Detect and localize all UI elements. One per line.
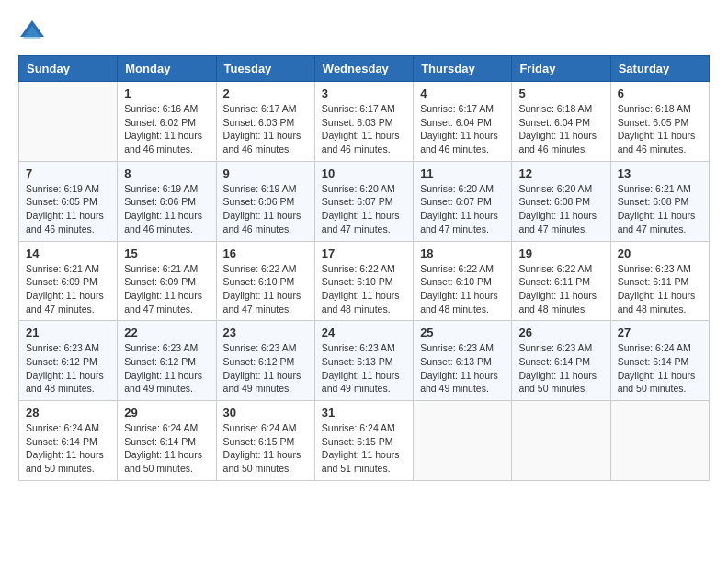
daylight-text: Daylight: 11 hours and 47 minutes.: [322, 209, 406, 236]
day-info: Sunrise: 6:23 AM Sunset: 6:12 PM Dayligh…: [124, 341, 209, 396]
logo: [18, 18, 50, 46]
day-info: Sunrise: 6:17 AM Sunset: 6:03 PM Dayligh…: [322, 102, 406, 156]
sunrise-text: Sunrise: 6:16 AM: [124, 102, 209, 116]
sunset-text: Sunset: 6:08 PM: [618, 195, 702, 209]
sunset-text: Sunset: 6:02 PM: [124, 116, 209, 130]
day-info: Sunrise: 6:21 AM Sunset: 6:09 PM Dayligh…: [124, 262, 209, 316]
daylight-text: Daylight: 11 hours and 50 minutes.: [618, 369, 702, 396]
day-number: 31: [322, 406, 406, 419]
day-info: Sunrise: 6:24 AM Sunset: 6:14 PM Dayligh…: [26, 421, 110, 476]
daylight-text: Daylight: 11 hours and 49 minutes.: [223, 369, 308, 396]
day-number: 19: [518, 247, 603, 260]
day-number: 20: [618, 247, 702, 260]
sunrise-text: Sunrise: 6:20 AM: [518, 182, 603, 196]
sunset-text: Sunset: 6:14 PM: [124, 435, 209, 449]
sunrise-text: Sunrise: 6:19 AM: [26, 182, 110, 196]
calendar-cell: 28 Sunrise: 6:24 AM Sunset: 6:14 PM Dayl…: [19, 401, 118, 481]
sunset-text: Sunset: 6:12 PM: [124, 355, 209, 369]
daylight-text: Daylight: 11 hours and 51 minutes.: [322, 448, 406, 475]
daylight-text: Daylight: 11 hours and 46 minutes.: [223, 129, 308, 155]
calendar-cell: 23 Sunrise: 6:23 AM Sunset: 6:12 PM Dayl…: [216, 321, 314, 401]
day-info: Sunrise: 6:20 AM Sunset: 6:07 PM Dayligh…: [420, 182, 505, 236]
day-number: 9: [223, 167, 308, 180]
day-info: Sunrise: 6:16 AM Sunset: 6:02 PM Dayligh…: [124, 102, 209, 156]
calendar-cell: 25 Sunrise: 6:23 AM Sunset: 6:13 PM Dayl…: [414, 321, 512, 401]
sunrise-text: Sunrise: 6:24 AM: [223, 421, 308, 435]
sunrise-text: Sunrise: 6:22 AM: [420, 262, 505, 276]
calendar-cell: [610, 401, 709, 481]
daylight-text: Daylight: 11 hours and 47 minutes.: [618, 209, 702, 236]
day-number: 21: [26, 326, 110, 339]
sunset-text: Sunset: 6:15 PM: [322, 435, 406, 449]
daylight-text: Daylight: 11 hours and 47 minutes.: [518, 209, 603, 236]
calendar-cell: 19 Sunrise: 6:22 AM Sunset: 6:11 PM Dayl…: [512, 241, 610, 321]
day-info: Sunrise: 6:22 AM Sunset: 6:11 PM Dayligh…: [518, 262, 603, 316]
sunrise-text: Sunrise: 6:22 AM: [223, 262, 308, 276]
calendar-cell: 17 Sunrise: 6:22 AM Sunset: 6:10 PM Dayl…: [314, 241, 413, 321]
sunset-text: Sunset: 6:14 PM: [518, 355, 603, 369]
daylight-text: Daylight: 11 hours and 49 minutes.: [420, 369, 505, 396]
sunset-text: Sunset: 6:06 PM: [223, 195, 308, 209]
sunset-text: Sunset: 6:07 PM: [322, 195, 406, 209]
sunset-text: Sunset: 6:05 PM: [26, 195, 110, 209]
day-number: 28: [26, 406, 110, 419]
day-number: 2: [223, 86, 308, 100]
calendar-cell: 8 Sunrise: 6:19 AM Sunset: 6:06 PM Dayli…: [118, 161, 216, 241]
day-info: Sunrise: 6:24 AM Sunset: 6:15 PM Dayligh…: [322, 421, 406, 476]
day-info: Sunrise: 6:23 AM Sunset: 6:14 PM Dayligh…: [518, 341, 603, 396]
calendar-header-monday: Monday: [118, 56, 216, 82]
day-number: 23: [223, 326, 308, 339]
day-info: Sunrise: 6:19 AM Sunset: 6:06 PM Dayligh…: [124, 182, 209, 236]
day-number: 22: [124, 326, 209, 339]
sunrise-text: Sunrise: 6:20 AM: [322, 182, 406, 196]
sunset-text: Sunset: 6:13 PM: [322, 355, 406, 369]
sunrise-text: Sunrise: 6:18 AM: [518, 102, 603, 116]
calendar-cell: 16 Sunrise: 6:22 AM Sunset: 6:10 PM Dayl…: [216, 241, 314, 321]
sunset-text: Sunset: 6:04 PM: [518, 116, 603, 130]
daylight-text: Daylight: 11 hours and 50 minutes.: [26, 448, 110, 475]
day-number: 26: [518, 326, 603, 339]
day-info: Sunrise: 6:20 AM Sunset: 6:08 PM Dayligh…: [518, 182, 603, 236]
day-number: 24: [322, 326, 406, 339]
sunrise-text: Sunrise: 6:19 AM: [223, 182, 308, 196]
daylight-text: Daylight: 11 hours and 46 minutes.: [26, 209, 110, 236]
calendar-cell: 26 Sunrise: 6:23 AM Sunset: 6:14 PM Dayl…: [512, 321, 610, 401]
calendar-cell: 22 Sunrise: 6:23 AM Sunset: 6:12 PM Dayl…: [118, 321, 216, 401]
day-number: 16: [223, 247, 308, 260]
daylight-text: Daylight: 11 hours and 47 minutes.: [420, 209, 505, 236]
sunset-text: Sunset: 6:11 PM: [518, 275, 603, 289]
daylight-text: Daylight: 11 hours and 46 minutes.: [124, 209, 209, 236]
calendar-cell: 29 Sunrise: 6:24 AM Sunset: 6:14 PM Dayl…: [118, 401, 216, 481]
calendar-cell: 10 Sunrise: 6:20 AM Sunset: 6:07 PM Dayl…: [314, 161, 413, 241]
day-number: 5: [518, 86, 603, 100]
calendar-cell: 1 Sunrise: 6:16 AM Sunset: 6:02 PM Dayli…: [118, 82, 216, 162]
sunrise-text: Sunrise: 6:23 AM: [618, 262, 702, 276]
day-number: 14: [26, 247, 110, 260]
calendar-cell: [19, 82, 118, 162]
sunrise-text: Sunrise: 6:23 AM: [518, 341, 603, 355]
calendar-cell: 13 Sunrise: 6:21 AM Sunset: 6:08 PM Dayl…: [610, 161, 709, 241]
sunrise-text: Sunrise: 6:22 AM: [322, 262, 406, 276]
day-info: Sunrise: 6:23 AM Sunset: 6:13 PM Dayligh…: [420, 341, 505, 396]
calendar-cell: 30 Sunrise: 6:24 AM Sunset: 6:15 PM Dayl…: [216, 401, 314, 481]
logo-icon: [18, 18, 46, 46]
sunset-text: Sunset: 6:05 PM: [618, 116, 702, 130]
daylight-text: Daylight: 11 hours and 47 minutes.: [26, 289, 110, 316]
day-info: Sunrise: 6:22 AM Sunset: 6:10 PM Dayligh…: [420, 262, 505, 316]
day-number: 13: [618, 167, 702, 180]
sunrise-text: Sunrise: 6:23 AM: [26, 341, 110, 355]
calendar-header-thursday: Thursday: [414, 56, 512, 82]
day-number: 11: [420, 167, 505, 180]
sunset-text: Sunset: 6:10 PM: [223, 275, 308, 289]
sunrise-text: Sunrise: 6:24 AM: [26, 421, 110, 435]
calendar-cell: 12 Sunrise: 6:20 AM Sunset: 6:08 PM Dayl…: [512, 161, 610, 241]
calendar-cell: 15 Sunrise: 6:21 AM Sunset: 6:09 PM Dayl…: [118, 241, 216, 321]
calendar-cell: 11 Sunrise: 6:20 AM Sunset: 6:07 PM Dayl…: [414, 161, 512, 241]
calendar-cell: [414, 401, 512, 481]
day-number: 17: [322, 247, 406, 260]
day-info: Sunrise: 6:22 AM Sunset: 6:10 PM Dayligh…: [322, 262, 406, 316]
daylight-text: Daylight: 11 hours and 50 minutes.: [518, 369, 603, 396]
daylight-text: Daylight: 11 hours and 49 minutes.: [124, 369, 209, 396]
daylight-text: Daylight: 11 hours and 46 minutes.: [420, 129, 505, 155]
calendar-week-row: 7 Sunrise: 6:19 AM Sunset: 6:05 PM Dayli…: [19, 161, 710, 241]
